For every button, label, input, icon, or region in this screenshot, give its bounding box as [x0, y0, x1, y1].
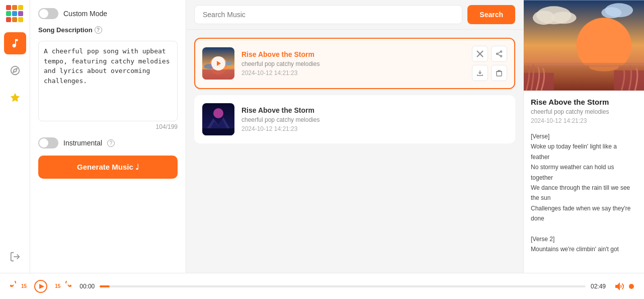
right-panel-tags: cheerful pop catchy melodies [531, 108, 637, 115]
song-info-1: Rise Above the Storm cheerful pop catchy… [242, 50, 465, 77]
rewind-label: 15 [21, 283, 27, 289]
delete-button-1[interactable] [491, 65, 507, 81]
right-panel-cover [524, 0, 644, 91]
app-logo [6, 5, 24, 23]
svg-marker-34 [39, 284, 44, 289]
main-content: Search [186, 0, 523, 273]
volume-button[interactable] [614, 281, 625, 292]
instrumental-help-icon[interactable]: ? [107, 139, 115, 147]
svg-point-12 [501, 55, 502, 57]
search-button[interactable]: Search [467, 5, 515, 24]
download-button-1[interactable] [472, 65, 488, 81]
search-input[interactable] [194, 5, 462, 24]
svg-line-13 [498, 52, 501, 53]
song-thumbnail-2 [202, 103, 234, 135]
current-time: 00:00 [79, 283, 95, 290]
bottom-player: 15 15 00:00 02:49 [0, 273, 644, 299]
svg-point-17 [213, 108, 223, 118]
custom-mode-row: Custom Mode [38, 8, 178, 19]
svg-point-0 [11, 66, 19, 75]
song-actions-row-top-1 [472, 46, 507, 62]
description-textarea[interactable]: A cheerful pop song with upbeat tempo, f… [38, 41, 178, 121]
song-info-2: Rise Above the Storm cheerful pop catchy… [242, 106, 507, 132]
song-title-2: Rise Above the Storm [242, 106, 507, 114]
song-card-2[interactable]: Rise Above the Storm cheerful pop catchy… [194, 95, 515, 143]
close-button-1[interactable] [472, 46, 488, 62]
progress-fill [100, 285, 109, 287]
left-panel: Custom Mode Song Description ? A cheerfu… [30, 0, 186, 273]
description-help-icon[interactable]: ? [95, 26, 102, 34]
right-panel-title: Rise Above the Storm [531, 98, 637, 106]
progress-area: 00:00 02:49 [79, 283, 606, 290]
song-tags-2: cheerful pop catchy melodies [242, 116, 507, 123]
song-card-1[interactable]: Rise Above the Storm cheerful pop catchy… [194, 38, 515, 89]
forward-label: 15 [55, 283, 60, 289]
svg-point-11 [497, 53, 498, 55]
song-actions-1 [472, 46, 507, 81]
right-panel-date: 2024-10-12 14:21:23 [531, 117, 637, 124]
sidebar-item-discover[interactable] [4, 59, 26, 82]
description-section: Song Description ? [38, 26, 178, 34]
instrumental-label: Instrumental [63, 139, 102, 147]
svg-point-27 [601, 7, 621, 18]
right-panel-info: Rise Above the Storm cheerful pop catchy… [524, 91, 644, 273]
forward-15-button[interactable]: 15 [55, 281, 71, 292]
song-actions-row-bottom-1 [472, 65, 507, 81]
song-title-1: Rise Above the Storm [242, 50, 465, 58]
svg-rect-15 [497, 71, 502, 76]
song-list: Rise Above the Storm cheerful pop catchy… [186, 30, 523, 273]
song-date-2: 2024-10-12 14:21:23 [242, 125, 507, 132]
total-time: 02:49 [591, 283, 606, 290]
svg-point-25 [551, 12, 577, 24]
custom-mode-label: Custom Mode [63, 10, 107, 18]
sidebar [0, 0, 30, 273]
svg-point-10 [501, 51, 502, 52]
svg-line-14 [498, 54, 501, 56]
svg-rect-20 [202, 128, 234, 135]
volume-area [614, 281, 634, 292]
sidebar-item-exit[interactable] [4, 246, 26, 268]
svg-marker-7 [217, 61, 221, 66]
instrumental-toggle[interactable] [38, 137, 58, 148]
rewind-15-button[interactable]: 15 [10, 281, 27, 292]
share-button-1[interactable] [491, 46, 507, 62]
svg-rect-32 [524, 63, 644, 67]
sidebar-item-music[interactable] [4, 32, 26, 54]
right-panel: Rise Above the Storm cheerful pop catchy… [523, 0, 644, 273]
progress-bar[interactable] [100, 285, 586, 287]
custom-mode-toggle[interactable] [38, 8, 58, 19]
play-circle-1 [211, 56, 225, 70]
sidebar-item-premium[interactable] [4, 87, 26, 109]
song-thumbnail-1 [202, 47, 234, 80]
generate-music-button[interactable]: Generate Music ♩ [38, 156, 178, 179]
song-tags-1: cheerful pop catchy melodies [242, 60, 465, 67]
play-overlay-1 [202, 47, 234, 80]
play-pause-button[interactable] [34, 279, 48, 293]
lyrics-text: [Verse] Woke up today feelin' light like… [531, 131, 637, 255]
char-count: 104/199 [38, 123, 178, 130]
volume-dot [629, 284, 634, 289]
song-date-1: 2024-10-12 14:21:23 [242, 69, 465, 77]
description-label: Song Description ? [38, 26, 178, 34]
description-container: A cheerful pop song with upbeat tempo, f… [38, 41, 178, 130]
instrumental-row: Instrumental ? [38, 137, 178, 148]
player-controls: 15 15 [10, 279, 71, 293]
search-bar-area: Search [186, 0, 523, 30]
